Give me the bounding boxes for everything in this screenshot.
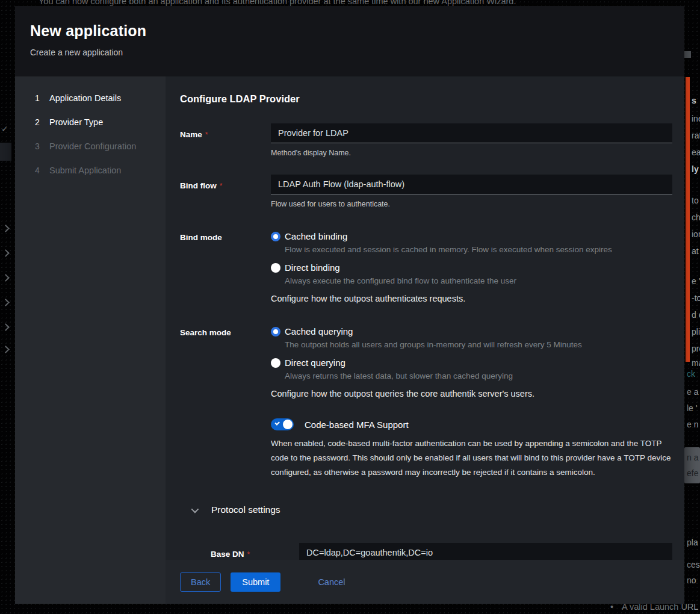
radio-cached-binding[interactable]: [271, 232, 280, 241]
wizard-steps-nav: 1 Application Details 2 Provider Type 3 …: [15, 76, 166, 604]
background-text-fragment: n a: [687, 453, 698, 462]
search-mode-help: Configure how the outpost queries the co…: [271, 389, 672, 398]
background-text-fragment: e n: [687, 420, 698, 429]
radio-direct-querying[interactable]: [271, 358, 280, 368]
required-marker: *: [205, 131, 208, 139]
radio-cached-querying-label[interactable]: Cached querying: [285, 326, 353, 336]
direct-binding-help: Always execute the configured bind flow …: [271, 276, 672, 285]
background-text-fragment: no: [687, 575, 696, 585]
step-label: Provider Configuration: [49, 141, 136, 151]
back-button[interactable]: Back: [180, 572, 221, 592]
form-heading: Configure LDAP Provider: [180, 93, 672, 105]
background-text-fragment: ion: [692, 229, 700, 239]
name-help: Method's display Name.: [271, 149, 672, 157]
background-text-fragment: ine: [692, 114, 700, 123]
step-label: Provider Type: [49, 117, 103, 127]
mfa-help: When enabled, code-based multi-factor au…: [271, 436, 672, 480]
provider-form: Configure LDAP Provider Name* Method's d…: [166, 76, 684, 560]
orange-accent-bar: [686, 77, 690, 362]
background-square-fragment: [684, 51, 691, 58]
background-text-fragment: efe: [687, 468, 698, 478]
background-highlight-fragment: [0, 143, 11, 161]
base-dn-label: Base DN: [211, 550, 244, 559]
background-text-fragment: ck: [687, 369, 695, 379]
background-text-fragment: plic: [692, 327, 700, 336]
background-text-fragment: -to: [692, 293, 700, 303]
required-marker: *: [247, 550, 250, 559]
background-text-fragment: ma: [692, 358, 700, 368]
chevron-right-icon: [2, 274, 10, 282]
chevron-down-icon: [191, 505, 199, 513]
protocol-settings-title: Protocol settings: [211, 504, 280, 515]
background-text-fragment: le ': [687, 403, 697, 413]
bind-flow-help: Flow used for users to authenticate.: [271, 200, 672, 208]
protocol-settings-expander[interactable]: Protocol settings: [180, 504, 672, 515]
radio-direct-binding-label[interactable]: Direct binding: [285, 262, 340, 273]
direct-querying-help: Always returns the latest data, but slow…: [271, 371, 672, 380]
modal-header: New application Create a new application: [15, 6, 684, 76]
step-number: 3: [35, 141, 49, 151]
background-text-fragment: ch: [692, 212, 700, 222]
mfa-toggle-label[interactable]: Code-based MFA Support: [305, 420, 409, 430]
base-dn-input[interactable]: [299, 543, 672, 560]
bind-mode-label: Bind mode: [180, 233, 222, 242]
step-number: 4: [35, 166, 49, 175]
step-number: 1: [35, 93, 49, 103]
cached-binding-help: Flow is executed and session is cached i…: [271, 245, 672, 254]
search-mode-label: Search mode: [180, 328, 231, 337]
required-marker: *: [220, 182, 223, 190]
chevron-right-icon: [2, 225, 10, 232]
background-text-fragment: rat: [692, 131, 700, 140]
submit-button[interactable]: Submit: [231, 572, 280, 592]
new-application-modal: New application Create a new application…: [15, 6, 684, 604]
bind-flow-label: Bind flow: [180, 181, 217, 190]
background-text-fragment: ces: [687, 560, 700, 569]
radio-direct-binding[interactable]: [271, 263, 280, 273]
background-text-fragment: s: [692, 96, 696, 105]
step-submit-application: 4 Submit Application: [15, 158, 166, 182]
wizard-footer: Back Submit Cancel: [166, 560, 684, 604]
check-icon: ✓: [1, 124, 8, 134]
modal-subtitle: Create a new application: [30, 48, 669, 57]
background-banner-text: You can now configure both an applicatio…: [39, 0, 516, 6]
step-application-details[interactable]: 1 Application Details: [15, 86, 166, 110]
background-text-fragment: at: [692, 246, 699, 256]
step-provider-configuration: 3 Provider Configuration: [15, 134, 166, 158]
background-text-fragment: ly a: [692, 164, 700, 174]
background-text-fragment: pro: [692, 344, 700, 353]
radio-cached-querying[interactable]: [271, 327, 280, 336]
check-icon: [274, 420, 279, 425]
step-label: Application Details: [49, 93, 121, 103]
background-text-fragment: e a: [687, 387, 698, 397]
background-text-fragment: to: [692, 196, 699, 205]
background-text-fragment: d e: [692, 310, 700, 320]
page: { "colors": { "accent": "#0a66d6", "oran…: [0, 0, 700, 614]
step-provider-type[interactable]: 2 Provider Type: [15, 110, 166, 134]
background-left-strip: ✓: [0, 0, 15, 614]
step-number: 2: [35, 117, 49, 127]
cancel-button[interactable]: Cancel: [318, 577, 345, 587]
step-label: Submit Application: [49, 166, 121, 175]
name-label: Name: [180, 130, 202, 139]
chevron-right-icon: [2, 299, 10, 306]
toggle-knob: [283, 420, 293, 429]
mfa-toggle[interactable]: [271, 418, 294, 430]
background-text-fragment: e "c: [692, 276, 700, 286]
bind-flow-input[interactable]: [271, 175, 672, 194]
chevron-right-icon: [2, 346, 10, 353]
modal-title: New application: [30, 22, 669, 40]
cached-querying-help: The outpost holds all users and groups i…: [271, 340, 672, 349]
radio-direct-querying-label[interactable]: Direct querying: [285, 358, 345, 368]
name-input[interactable]: [271, 123, 672, 143]
background-text-fragment: ea: [692, 147, 700, 157]
chevron-right-icon: [2, 249, 10, 257]
bind-mode-help: Configure how the outpost authenticates …: [271, 294, 672, 303]
chevron-right-icon: [2, 323, 10, 331]
radio-cached-binding-label[interactable]: Cached binding: [285, 231, 347, 241]
background-text-fragment: pla: [687, 538, 698, 547]
